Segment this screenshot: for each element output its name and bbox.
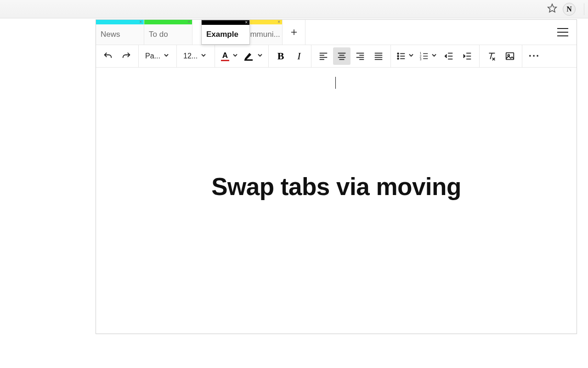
toolbar-group-color: A: [215, 45, 269, 67]
editor-canvas[interactable]: Swap tabs via moving: [96, 68, 577, 334]
toolbar-group-style: Pa...: [139, 45, 177, 67]
bold-icon: B: [277, 50, 284, 62]
close-icon[interactable]: ×: [277, 20, 280, 24]
add-tab-button[interactable]: [283, 20, 305, 45]
undo-button[interactable]: [99, 47, 117, 65]
more-button[interactable]: ···: [526, 47, 543, 65]
close-icon[interactable]: ×: [245, 20, 248, 25]
bold-button[interactable]: B: [272, 47, 289, 65]
align-center-button[interactable]: [333, 47, 351, 65]
menu-button[interactable]: [549, 20, 577, 45]
extension-badge[interactable]: N: [563, 3, 576, 16]
tab-todo[interactable]: × To do: [144, 20, 192, 45]
chevron-down-icon: [163, 52, 170, 60]
extension-separator: [584, 3, 584, 15]
more-icon: ···: [529, 51, 540, 61]
tab-strip-spacer: [305, 20, 549, 45]
italic-button[interactable]: I: [290, 47, 308, 65]
tab-label: News: [96, 24, 144, 45]
align-justify-button[interactable]: [370, 47, 387, 65]
chevron-down-icon: [431, 52, 437, 60]
font-size-select[interactable]: 12...: [180, 47, 212, 65]
indent-button[interactable]: [458, 47, 476, 65]
svg-point-23: [397, 53, 399, 54]
browser-chrome-bar: N: [0, 0, 588, 18]
chevron-down-icon: [257, 52, 263, 60]
font-color-icon: A: [220, 51, 230, 61]
outdent-button[interactable]: [440, 47, 458, 65]
svg-marker-0: [548, 4, 556, 12]
svg-point-24: [397, 56, 399, 57]
highlight-color-button[interactable]: [241, 47, 265, 65]
toolbar-group-more: ···: [522, 45, 546, 67]
tab-color-bar: ×: [96, 20, 144, 24]
toolbar-group-insert: [480, 45, 522, 67]
tab-color-bar: ×: [144, 20, 192, 24]
svg-text:3: 3: [420, 58, 422, 61]
close-icon[interactable]: ×: [139, 20, 142, 24]
clear-format-button[interactable]: [483, 47, 500, 65]
toolbar-group-lists: 123: [391, 45, 480, 67]
bullet-list-button[interactable]: [394, 47, 416, 65]
tab-label: Example: [202, 25, 249, 44]
toolbar-group-size: 12...: [177, 45, 215, 67]
font-color-button[interactable]: A: [218, 47, 240, 65]
chevron-down-icon: [408, 52, 414, 60]
close-icon[interactable]: ×: [187, 20, 190, 24]
toolbar-group-format: B I: [269, 45, 311, 67]
svg-rect-43: [506, 53, 514, 60]
insert-image-button[interactable]: [501, 47, 519, 65]
paragraph-style-select[interactable]: Pa...: [141, 47, 174, 65]
tab-color-bar: ×: [202, 20, 249, 25]
toolbar-group-align: [311, 45, 391, 67]
toolbar-group-history: [96, 45, 139, 67]
size-label: 12...: [183, 52, 198, 60]
italic-icon: I: [297, 50, 300, 62]
tab-news[interactable]: × News: [96, 20, 144, 45]
app-shell: × News × To do × ommuni...: [96, 19, 577, 334]
style-label: Pa...: [145, 52, 160, 60]
numbered-list-button[interactable]: 123: [417, 47, 439, 65]
chevron-down-icon: [232, 52, 238, 60]
tab-label: To do: [144, 24, 192, 45]
redo-button[interactable]: [118, 47, 135, 65]
document-heading: Swap tabs via moving: [96, 172, 577, 201]
tab-strip: × News × To do × ommuni...: [96, 20, 577, 45]
svg-rect-6: [244, 59, 253, 61]
svg-point-25: [397, 58, 399, 59]
tab-example-dragging[interactable]: × Example: [201, 20, 250, 45]
align-right-button[interactable]: [351, 47, 369, 65]
bookmark-star-icon[interactable]: [547, 3, 557, 15]
align-left-button[interactable]: [315, 47, 332, 65]
text-cursor: [335, 77, 336, 89]
toolbar: Pa... 12... A: [96, 45, 577, 68]
highlight-icon: [243, 51, 255, 61]
chevron-down-icon: [200, 52, 207, 60]
